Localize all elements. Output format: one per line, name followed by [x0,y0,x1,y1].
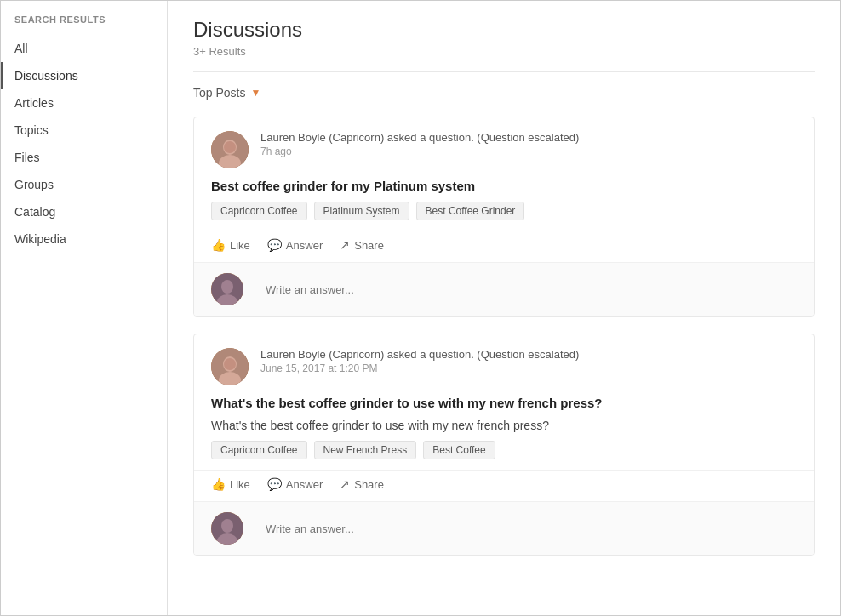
like-button-1[interactable]: 👍 Like [211,238,250,252]
tag-best-coffee[interactable]: Best Coffee [423,441,495,459]
app-container: SEARCH RESULTS All Discussions Articles … [0,0,841,616]
tag-capricorn-coffee-1[interactable]: Capricorn Coffee [211,202,307,220]
svg-point-12 [221,519,233,533]
tags-row-2: Capricorn Coffee New French Press Best C… [194,441,814,470]
answer-label-2: Answer [286,478,323,491]
results-count: 3+ Results [193,45,815,58]
write-answer-row-1 [194,262,814,316]
post-author-1: Lauren Boyle (Capricorn) asked a questio… [260,131,797,144]
page-title: Discussions [193,18,815,42]
section-divider [193,71,815,72]
actions-row-1: 👍 Like 💬 Answer ↗ Share [194,231,814,262]
post-title-2[interactable]: What's the best coffee grinder to use wi… [194,396,814,419]
share-button-2[interactable]: ↗ Share [340,477,384,491]
sidebar-item-wikipedia[interactable]: Wikipedia [1,225,167,253]
answer-icon-2: 💬 [267,477,282,491]
svg-point-10 [224,358,236,370]
post-time-2: June 15, 2017 at 1:20 PM [260,362,797,374]
sidebar-item-label: Topics [14,123,49,137]
like-icon: 👍 [211,238,226,252]
reply-avatar-2 [211,512,243,545]
like-label-2: Like [230,478,250,491]
answer-button-2[interactable]: 💬 Answer [267,477,323,491]
share-button-1[interactable]: ↗ Share [340,238,384,252]
sidebar-item-label: Files [14,151,40,164]
write-answer-row-2 [194,501,814,555]
post-header-2: Lauren Boyle (Capricorn) asked a questio… [194,334,814,396]
tag-best-coffee-grinder-1[interactable]: Best Coffee Grinder [416,202,525,220]
answer-button-1[interactable]: 💬 Answer [267,238,323,252]
sidebar-item-discussions[interactable]: Discussions [1,62,167,89]
sidebar-item-articles[interactable]: Articles [1,89,167,117]
post-meta-2: Lauren Boyle (Capricorn) asked a questio… [260,348,797,374]
avatar-2 [211,348,249,385]
sidebar-item-label: Groups [14,178,54,191]
top-posts-label: Top Posts [193,86,245,100]
avatar-image-2 [211,348,249,385]
post-card-2: Lauren Boyle (Capricorn) asked a questio… [193,334,815,556]
reply-avatar-image-1 [211,273,243,305]
avatar-image-1 [211,131,249,168]
sidebar: SEARCH RESULTS All Discussions Articles … [1,1,168,615]
sidebar-item-topics[interactable]: Topics [1,117,167,144]
svg-point-3 [224,141,236,153]
sidebar-item-label: All [14,42,28,55]
tags-row-1: Capricorn Coffee Platinum System Best Co… [194,202,814,231]
post-title-1[interactable]: Best coffee grinder for my Platinum syst… [194,179,814,202]
sidebar-item-groups[interactable]: Groups [1,171,167,198]
post-body-2: What's the best coffee grinder to use wi… [194,419,814,441]
reply-avatar-image-2 [211,512,243,545]
write-answer-input-1[interactable] [266,283,797,296]
top-posts-bar: Top Posts ▼ [193,86,815,100]
main-content: Discussions 3+ Results Top Posts ▼ [168,1,840,615]
avatar-1 [211,131,249,168]
svg-point-5 [221,280,233,294]
like-label-1: Like [230,239,250,252]
reply-avatar-1 [211,273,243,305]
share-label-2: Share [354,478,384,491]
tag-platinum-system[interactable]: Platinum System [314,202,409,220]
share-icon: ↗ [340,238,350,252]
tag-capricorn-coffee-2[interactable]: Capricorn Coffee [211,441,307,459]
sidebar-item-label: Discussions [14,69,78,83]
answer-icon: 💬 [267,238,282,252]
sidebar-item-catalog[interactable]: Catalog [1,198,167,225]
sidebar-item-all[interactable]: All [1,35,167,62]
like-button-2[interactable]: 👍 Like [211,477,250,491]
post-time-1: 7h ago [260,145,797,157]
actions-row-2: 👍 Like 💬 Answer ↗ Share [194,470,814,501]
post-card-1: Lauren Boyle (Capricorn) asked a questio… [193,117,815,317]
sidebar-item-label: Wikipedia [14,232,66,246]
sidebar-title: SEARCH RESULTS [1,14,167,35]
dropdown-arrow-icon[interactable]: ▼ [250,87,260,99]
sidebar-item-files[interactable]: Files [1,144,167,171]
post-author-2: Lauren Boyle (Capricorn) asked a questio… [260,348,797,361]
share-icon-2: ↗ [340,477,350,491]
share-label-1: Share [354,239,384,252]
post-header-1: Lauren Boyle (Capricorn) asked a questio… [194,117,814,179]
tag-new-french-press[interactable]: New French Press [314,441,417,459]
sidebar-item-label: Catalog [14,205,55,219]
like-icon-2: 👍 [211,477,226,491]
sidebar-item-label: Articles [14,96,54,110]
write-answer-input-2[interactable] [266,522,797,535]
post-meta-1: Lauren Boyle (Capricorn) asked a questio… [260,131,797,157]
answer-label-1: Answer [286,239,323,252]
